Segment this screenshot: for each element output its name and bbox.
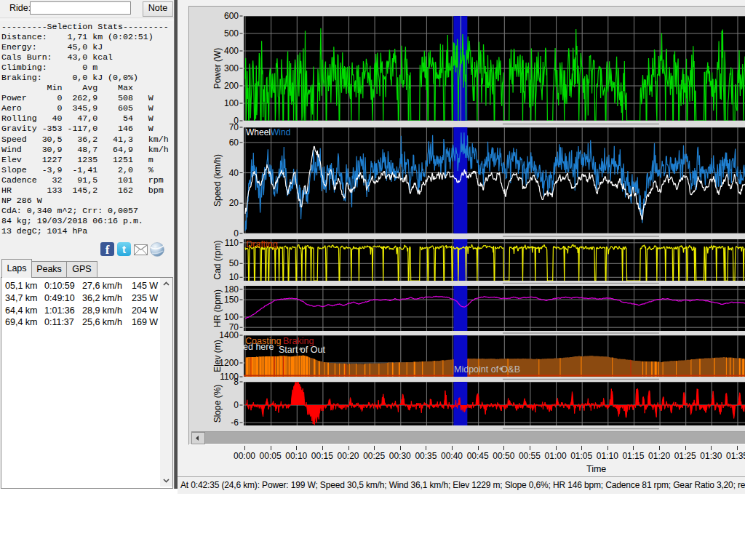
lap-distance: 34,7 km <box>5 293 37 303</box>
elev-axis-label: Elev (m) <box>212 340 223 372</box>
time-tick-mark <box>607 446 608 450</box>
speed-axis-label: Speed (km/h) <box>212 154 223 207</box>
lap-time: 1:01:36 <box>44 305 75 316</box>
speed-tick-label: 60 <box>229 137 239 148</box>
tab-strip: LapsPeaksGPS <box>0 258 174 277</box>
twitter-icon[interactable]: t <box>117 242 131 256</box>
slope-tick-label: 8 <box>234 377 239 387</box>
lap-time: 0:49:10 <box>44 293 75 303</box>
time-tick-label: 00:45 <box>463 451 493 461</box>
hr-plot-area[interactable] <box>244 286 745 331</box>
time-tick-label: 00:00 <box>230 451 259 461</box>
power-axis-label: Power (W) <box>212 48 223 89</box>
power-plot: 0100200300400500600Power (W) <box>212 11 745 126</box>
lap-distance: 05,1 km <box>5 281 37 291</box>
email-icon[interactable] <box>134 244 148 255</box>
lap-power: 235 W <box>132 293 158 303</box>
lap-speed: 27,6 km/h <box>82 281 122 291</box>
time-tick-mark <box>244 446 245 450</box>
tab-peaks[interactable]: Peaks <box>31 261 67 279</box>
globe-glyph <box>150 242 164 257</box>
envelope-glyph <box>135 245 147 255</box>
lap-row[interactable]: 64,4 km1:01:3628,9 km/h204 W <box>1 305 159 318</box>
scroll-down-arrow-icon[interactable] <box>160 474 172 487</box>
time-tick-mark <box>348 446 349 450</box>
time-tick-mark <box>737 446 738 450</box>
cad-tick-label: 10 <box>229 272 239 282</box>
slope-tick-label: 0 <box>234 400 239 410</box>
elev-plot: 110012001400Elev (m)CoastingBrakinged he… <box>212 330 745 382</box>
ride-charts[interactable]: 0100200300400500600Power (W)020406070Spe… <box>189 7 745 444</box>
slope-axis-label: Slope (%) <box>212 385 223 423</box>
hr-tick-label: 100 <box>224 312 239 322</box>
power-tick-label: 500 <box>224 28 239 39</box>
end-here-annotation: ed here <box>243 342 274 352</box>
cad-plot: 1050110Cad (rpm)Drafting <box>212 238 745 283</box>
status-text: At 0:42:35 (24,6 km): Power: 199 W; Spee… <box>180 480 745 490</box>
time-axis: 00:0000:0500:1000:1500:2000:2500:3000:35… <box>178 445 745 476</box>
cad-tick-label: 110 <box>225 238 239 248</box>
separator <box>0 17 174 20</box>
speed-plot-area[interactable] <box>244 127 745 233</box>
status-bar: At 0:42:35 (24,6 km): Power: 199 W; Spee… <box>178 476 745 494</box>
tab-gps[interactable]: GPS <box>66 261 97 279</box>
midpoint-annotation: Midpoint of O&B <box>454 364 520 375</box>
elev-tick-label: 1400 <box>219 330 239 340</box>
tab-laps[interactable]: Laps <box>1 259 32 278</box>
lap-speed: 36,2 km/h <box>82 293 122 303</box>
time-tick-mark <box>271 446 271 450</box>
time-tick-mark <box>452 446 453 450</box>
selection-band <box>453 239 467 281</box>
time-tick-label: 00:20 <box>334 451 363 461</box>
lap-row[interactable]: 34,7 km0:49:1036,2 km/h235 W <box>1 293 159 305</box>
lap-row[interactable]: 05,1 km0:10:5927,6 km/h145 W <box>1 281 159 293</box>
time-tick-mark <box>322 446 323 450</box>
wind-legend: Wind <box>271 127 290 137</box>
wheel-legend: Wheel <box>246 127 271 137</box>
speed-plot: 020406070Speed (km/h)WheelWind <box>212 122 745 239</box>
time-tick-label: 01:15 <box>618 451 648 461</box>
chevron-up-glyph <box>160 278 172 290</box>
selection-band <box>453 286 467 331</box>
lap-time: 0:10:59 <box>44 281 75 291</box>
time-tick-mark <box>426 446 426 450</box>
elevation-baseline <box>244 375 745 377</box>
time-tick-label: 01:20 <box>645 451 674 461</box>
time-axis-title: Time <box>586 464 606 474</box>
lap-distance: 64,4 km <box>5 305 37 316</box>
drafting-annotation: Drafting <box>246 239 278 249</box>
facebook-icon[interactable]: f <box>100 242 114 256</box>
time-tick-label: 00:35 <box>411 451 440 461</box>
time-tick-label: 00:05 <box>256 451 285 461</box>
time-tick-mark <box>659 446 660 450</box>
lap-list-scrollbar[interactable] <box>160 278 172 487</box>
left-panel: Ride: Note ---------Selection Stats-----… <box>0 0 174 489</box>
time-tick-label: 00:40 <box>437 451 466 461</box>
ride-input[interactable] <box>30 1 131 15</box>
time-tick-label: 00:15 <box>308 451 337 461</box>
time-tick-label: 00:25 <box>359 451 389 461</box>
time-tick-mark <box>685 446 686 450</box>
slope-tick-label: -6 <box>231 417 239 428</box>
time-tick-label: 01:10 <box>593 451 622 461</box>
earth-icon[interactable] <box>150 242 164 256</box>
time-tick-mark <box>296 446 297 450</box>
scroll-up-arrow-icon[interactable] <box>160 278 172 290</box>
lap-distance: 69,4 km <box>5 317 37 327</box>
time-tick-mark <box>374 446 375 450</box>
time-tick-label: 01:00 <box>541 451 570 461</box>
time-tick-label: 01:05 <box>567 451 596 461</box>
chart-horizontal-scrollbar[interactable] <box>191 431 745 444</box>
hr-axis-label: HR (bpm) <box>212 289 223 327</box>
time-tick-label: 00:30 <box>386 451 415 461</box>
lap-row[interactable]: 69,4 km0:11:3725,6 km/h169 W <box>1 317 159 329</box>
cad-tick-label: 50 <box>229 258 239 268</box>
time-tick-mark <box>581 446 582 450</box>
lap-speed: 28,9 km/h <box>82 305 122 316</box>
lap-list[interactable]: 05,1 km0:10:5927,6 km/h145 W34,7 km0:49:… <box>1 277 173 489</box>
speed-tick-label: 40 <box>229 168 239 178</box>
scroll-left-arrow-icon[interactable] <box>191 432 205 444</box>
note-button[interactable]: Note <box>143 1 173 17</box>
time-tick-label: 01:35 <box>722 451 745 461</box>
power-tick-label: 400 <box>224 46 239 56</box>
